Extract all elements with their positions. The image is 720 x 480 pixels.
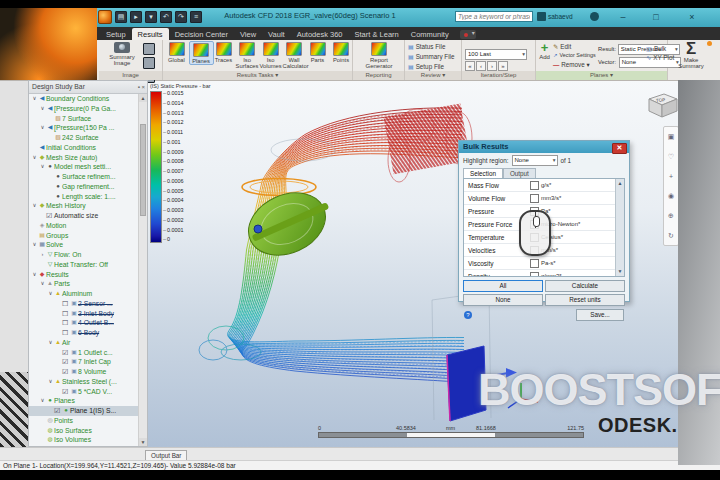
maximize-button[interactable]: □ bbox=[645, 11, 667, 24]
minimize-button[interactable]: – bbox=[612, 11, 634, 24]
tree-item-mesh-history[interactable]: ∨◆Mesh History bbox=[29, 201, 139, 211]
iteration-dropdown[interactable]: 100 Last bbox=[465, 49, 527, 60]
design-study-bar-header[interactable]: Design Study Bar ▪ × bbox=[29, 81, 147, 94]
tree-item-heat-transfer-off[interactable]: ▽Heat Transfer: Off bbox=[29, 260, 139, 270]
scroll-up-icon[interactable]: ▲ bbox=[616, 179, 624, 188]
close-button[interactable]: × bbox=[681, 11, 703, 24]
expander-icon[interactable]: ∨ bbox=[31, 201, 38, 211]
tree-scrollbar[interactable]: ▲ ▼ bbox=[138, 94, 147, 446]
expander-icon[interactable]: ∨ bbox=[31, 153, 38, 163]
checkbox-checked[interactable]: ☑ bbox=[46, 211, 54, 221]
tree-item-242-surface[interactable]: ▧242 Surface bbox=[29, 133, 139, 143]
favorites-icon[interactable]: ♡ bbox=[668, 153, 674, 160]
traces-button[interactable]: Traces bbox=[212, 41, 235, 63]
tree-item-2-sensor[interactable]: ☐▣2 Sensor ... bbox=[29, 299, 139, 309]
add-plane-button[interactable]: + Add bbox=[538, 42, 551, 60]
tree-item-7-surface[interactable]: ▧7 Surface bbox=[29, 114, 139, 124]
tree-item-air[interactable]: ∨▲Air bbox=[29, 338, 139, 348]
tab-selection[interactable]: Selection bbox=[463, 168, 503, 178]
ribbon-tab-decision-center[interactable]: Decision Center bbox=[169, 28, 234, 40]
tree-item-gap-refinement[interactable]: ●Gap refinement... bbox=[29, 182, 139, 192]
ribbon-tab-autodesk-360[interactable]: Autodesk 360 bbox=[291, 28, 349, 40]
dialog-scrollbar[interactable]: ▲ ▼ bbox=[615, 179, 624, 276]
expander-icon[interactable]: ∨ bbox=[39, 104, 46, 114]
tree-item-initial-conditions[interactable]: ◀Initial Conditions bbox=[29, 143, 139, 153]
steeringwheel-icon[interactable]: ◉ bbox=[668, 192, 674, 199]
expander-icon[interactable]: ∨ bbox=[47, 289, 54, 299]
checkbox-unchecked[interactable]: ☐ bbox=[62, 328, 70, 338]
wall-calculator-button[interactable]: Wall Calculator bbox=[283, 41, 306, 69]
tree-item-aluminum[interactable]: ∨▲Aluminum bbox=[29, 289, 139, 299]
iso-volumes-button[interactable]: Iso Volumes bbox=[259, 41, 282, 69]
search-icon[interactable] bbox=[537, 12, 546, 21]
navigation-bar[interactable]: ▣ ♡ + ◉ ⊕ ↻ bbox=[663, 126, 679, 246]
tree-item-stainless-steel[interactable]: ∨▲Stainless Steel (... bbox=[29, 377, 139, 387]
iso-surfaces-button[interactable]: Iso Surfaces bbox=[236, 41, 259, 69]
checkbox-checked[interactable]: ☑ bbox=[54, 406, 62, 416]
tree-item-planes[interactable]: ∨●Planes bbox=[29, 396, 139, 406]
summary-file-button[interactable]: Summary File bbox=[408, 52, 455, 62]
planes-button[interactable]: Planes bbox=[189, 41, 214, 65]
tree-item-plane-1-is-s[interactable]: ☑●Plane 1(IS) S... bbox=[29, 406, 139, 416]
step-last-button[interactable]: » bbox=[498, 61, 508, 71]
tree-item-6-body[interactable]: ☐▣6 Body bbox=[29, 328, 139, 338]
tree-item-3-inlet-body[interactable]: ☐▣3 Inlet Body bbox=[29, 309, 139, 319]
tree-item-motion[interactable]: ◈Motion bbox=[29, 221, 139, 231]
ribbon-tab-view[interactable]: View bbox=[234, 28, 262, 40]
status-file-button[interactable]: Status File bbox=[408, 42, 455, 52]
panel-close-icon[interactable]: × bbox=[141, 84, 145, 90]
dialog-close-icon[interactable]: ✕ bbox=[612, 143, 627, 154]
expander-icon[interactable]: ∨ bbox=[39, 162, 46, 172]
username-label[interactable]: sabaevd bbox=[548, 13, 573, 20]
checkbox-checked[interactable]: ☑ bbox=[62, 387, 70, 397]
zoom-icon[interactable]: ⊕ bbox=[668, 212, 674, 219]
expander-icon[interactable]: › bbox=[39, 250, 46, 260]
ribbon-tab-setup[interactable]: Setup bbox=[100, 28, 132, 40]
expander-icon[interactable]: ∨ bbox=[39, 123, 46, 133]
quantity-row-density[interactable]: Densityg/mm3* bbox=[464, 270, 624, 277]
scrollbar-thumb[interactable] bbox=[140, 124, 146, 216]
expander-icon[interactable]: ∨ bbox=[47, 377, 54, 387]
global-button[interactable]: Global bbox=[165, 41, 188, 63]
tree-item-5-cad-v[interactable]: ☑▣5 *CAD V... bbox=[29, 387, 139, 397]
tree-item-1-outlet-c[interactable]: ☑▣1 Outlet c... bbox=[29, 348, 139, 358]
tree-item-automatic-size[interactable]: ☑Automatic size bbox=[29, 211, 139, 221]
highlight-region-dropdown[interactable]: None bbox=[512, 155, 558, 166]
all-button[interactable]: All bbox=[463, 280, 543, 292]
expander-icon[interactable]: ∨ bbox=[39, 396, 46, 406]
save-button[interactable]: Save... bbox=[576, 309, 624, 321]
tree-item-solve[interactable]: ∨▦Solve bbox=[29, 240, 139, 250]
expander-icon[interactable]: ∨ bbox=[31, 240, 38, 250]
expander-icon[interactable]: ∨ bbox=[31, 270, 38, 280]
open-icon[interactable]: ▸ bbox=[130, 11, 142, 23]
checkbox-unchecked[interactable] bbox=[530, 194, 539, 203]
tree-item-pressure-150-pa[interactable]: ∨◀[Pressure(150 Pa ... bbox=[29, 123, 139, 133]
summary-image-button[interactable]: Summary Image bbox=[105, 41, 139, 67]
quantity-row-viscosity[interactable]: ViscosityPa-s* bbox=[464, 257, 624, 270]
tree-item-points[interactable]: ◎Points bbox=[29, 416, 139, 426]
none-button[interactable]: None bbox=[463, 294, 543, 306]
scroll-up-icon[interactable]: ▲ bbox=[139, 94, 147, 102]
step-forward-button[interactable]: › bbox=[487, 61, 497, 71]
scroll-down-icon[interactable]: ▼ bbox=[616, 267, 624, 276]
make-summary-button[interactable]: Σ Make Summary bbox=[674, 41, 708, 70]
vector-settings-button[interactable]: Vector Settings bbox=[553, 51, 597, 60]
help-icon[interactable] bbox=[590, 12, 599, 21]
bulk-button[interactable]: Bulk bbox=[646, 44, 668, 53]
parts-button[interactable]: Parts bbox=[306, 41, 329, 63]
quantity-row-mass-flow[interactable]: Mass Flowg/s* bbox=[464, 179, 624, 192]
pan-icon[interactable]: + bbox=[669, 173, 673, 180]
tab-output[interactable]: Output bbox=[503, 168, 536, 178]
checkbox-unchecked[interactable]: ☐ bbox=[62, 309, 70, 319]
calculate-button[interactable]: Calculate bbox=[545, 280, 625, 292]
checkbox-unchecked[interactable] bbox=[530, 181, 539, 190]
tree-item-surface-refinem[interactable]: ●Surface refinem... bbox=[29, 172, 139, 182]
dialog-title-bar[interactable]: Bulk Results ✕ bbox=[459, 141, 629, 153]
step-first-button[interactable]: « bbox=[465, 61, 475, 71]
edit-plane-button[interactable]: Edit bbox=[553, 42, 597, 51]
tree-item-results[interactable]: ∨◆Results bbox=[29, 270, 139, 280]
app-logo[interactable] bbox=[98, 10, 112, 24]
ribbon-tab-community[interactable]: Community bbox=[405, 28, 455, 40]
expander-icon[interactable]: ∨ bbox=[31, 94, 38, 104]
pin-icon[interactable]: ▪ bbox=[138, 84, 140, 90]
